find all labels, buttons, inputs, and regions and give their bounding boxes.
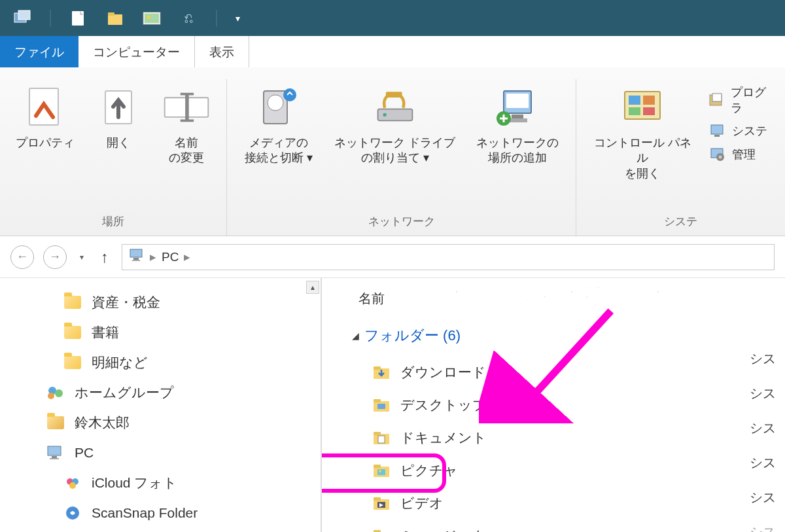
qat-picture-icon[interactable] — [143, 9, 161, 27]
group-header-folders[interactable]: ◢ フォルダー (6) — [352, 321, 785, 356]
forward-button[interactable]: → — [43, 245, 67, 269]
ribbon: プロパティ 開く 名前 の変更 場所 メディアの 接 — [0, 67, 785, 236]
svg-rect-7 — [145, 13, 159, 23]
scansnap-icon — [63, 503, 82, 523]
svg-rect-58 — [378, 436, 385, 443]
folder-desktop[interactable]: デスクトップ — [352, 389, 785, 421]
svg-rect-55 — [377, 404, 385, 409]
tree-item-homegroup[interactable]: ホームグループ — [0, 378, 321, 408]
manage-icon — [708, 146, 725, 163]
svg-rect-61 — [377, 469, 385, 475]
properties-label: プロパティ — [16, 135, 75, 151]
tab-view[interactable]: 表示 — [195, 36, 249, 67]
svg-rect-14 — [181, 120, 194, 122]
breadcrumb-sep[interactable]: ▸ — [184, 249, 190, 264]
control-panel-button[interactable]: コントロール パネル を開く — [585, 79, 699, 185]
map-drive-button[interactable]: ネットワーク ドライブ の割り当て ▾ — [328, 79, 462, 170]
tree-item-user[interactable]: 鈴木太郎 — [0, 408, 321, 438]
tree-item-books[interactable]: 書籍 — [0, 317, 321, 347]
pc-icon — [46, 443, 65, 463]
svg-rect-29 — [629, 107, 640, 115]
media-button[interactable]: メディアの 接続と切断 ▾ — [236, 79, 321, 170]
column-header-name[interactable]: 名前 — [352, 290, 785, 321]
folder-icon — [63, 323, 82, 342]
programs-label: プログラ — [731, 84, 773, 116]
manage-button[interactable]: 管理 — [706, 145, 776, 164]
pc-icon — [129, 248, 145, 266]
tree-item-assets[interactable]: 資産・税金 — [0, 287, 321, 317]
programs-icon — [708, 92, 724, 109]
rename-button[interactable]: 名前 の変更 — [156, 79, 217, 170]
folder-documents[interactable]: ドキュメント — [352, 421, 785, 454]
qat-new-icon[interactable] — [69, 9, 88, 27]
svg-rect-32 — [712, 94, 722, 101]
tree-scroll-up[interactable]: ▴ — [306, 281, 319, 294]
qat-undo-icon[interactable]: ⎌ — [179, 9, 198, 27]
type-value: シス — [750, 489, 785, 506]
svg-rect-30 — [643, 107, 655, 115]
svg-rect-57 — [374, 432, 381, 435]
add-network-place-icon — [493, 83, 542, 132]
folder-music[interactable]: ミュージック — [352, 520, 785, 532]
rename-label: 名前 の変更 — [169, 135, 204, 166]
workspace: ▴ 資産・税金 書籍 明細など ホームグループ 鈴木太郎 PC iCloud フ… — [0, 278, 785, 532]
svg-point-17 — [283, 88, 296, 101]
media-label: メディアの 接続と切断 ▾ — [245, 135, 313, 166]
tree-item-icloud[interactable]: iCloud フォト — [0, 468, 321, 498]
folder-downloads[interactable]: ダウンロード — [352, 356, 785, 389]
tab-computer[interactable]: コンピューター — [78, 36, 195, 67]
qat-separator — [50, 10, 51, 27]
qat-customize-icon[interactable]: ▾ — [236, 13, 240, 24]
svg-rect-22 — [506, 94, 529, 108]
up-button[interactable]: ↑ — [101, 248, 109, 266]
tree-item-scansnap[interactable]: ScanSnap Folder — [0, 498, 321, 528]
open-icon — [94, 83, 143, 132]
qat-separator — [216, 10, 217, 27]
folder-icon — [63, 293, 82, 312]
app-icon — [13, 9, 31, 27]
downloads-icon — [372, 363, 391, 382]
ribbon-tabs: ファイル コンピューター 表示 — [0, 36, 785, 67]
rename-icon — [162, 83, 211, 132]
breadcrumb-pc[interactable]: PC — [162, 250, 179, 264]
system-label: システ — [732, 123, 767, 139]
system-icon — [708, 122, 725, 139]
open-button[interactable]: 開く — [88, 79, 149, 154]
column-type: シス シス シス シス シス シス — [750, 350, 785, 532]
uninstall-programs-button[interactable]: プログラ — [706, 83, 776, 117]
svg-rect-64 — [374, 497, 381, 501]
user-folder-icon — [46, 413, 65, 433]
control-panel-icon — [618, 83, 667, 132]
svg-rect-39 — [133, 258, 139, 260]
folder-pictures[interactable]: ピクチャ — [352, 454, 785, 487]
back-button[interactable]: ← — [10, 245, 34, 269]
tree-item-pc[interactable]: PC — [0, 438, 321, 468]
tab-file[interactable]: ファイル — [0, 36, 78, 67]
svg-rect-38 — [130, 249, 142, 257]
svg-rect-45 — [52, 456, 57, 458]
control-panel-label: コントロール パネル を開く — [592, 135, 693, 181]
open-label: 開く — [107, 135, 130, 151]
address-bar[interactable]: ▸ PC ▸ — [122, 244, 775, 270]
folder-videos[interactable]: ビデオ — [352, 487, 785, 520]
add-network-place-button[interactable]: ネットワークの 場所の追加 — [468, 79, 567, 170]
qat-folder-icon[interactable] — [106, 9, 124, 27]
navigation-bar: ← → ▾ ↑ ▸ PC ▸ — [0, 236, 785, 278]
tree-item-more[interactable] — [0, 528, 321, 532]
map-drive-label: ネットワーク ドライブ の割り当て ▾ — [334, 135, 455, 166]
add-network-place-label: ネットワークの 場所の追加 — [476, 135, 559, 166]
properties-button[interactable]: プロパティ — [9, 79, 81, 154]
system-properties-button[interactable]: システ — [706, 121, 776, 141]
tree-item-details[interactable]: 明細など — [0, 347, 321, 378]
ribbon-group-system: コントロール パネル を開く プログラ システ — [576, 79, 785, 236]
ribbon-group-label: ネットワーク — [368, 209, 435, 236]
svg-rect-13 — [181, 93, 194, 96]
svg-rect-5 — [108, 12, 114, 16]
type-value: シス — [750, 454, 785, 472]
svg-rect-46 — [50, 458, 59, 459]
folder-icon — [63, 353, 82, 372]
svg-point-37 — [719, 156, 722, 159]
history-dropdown[interactable]: ▾ — [76, 245, 88, 269]
svg-point-62 — [379, 470, 381, 472]
svg-point-8 — [147, 15, 151, 19]
